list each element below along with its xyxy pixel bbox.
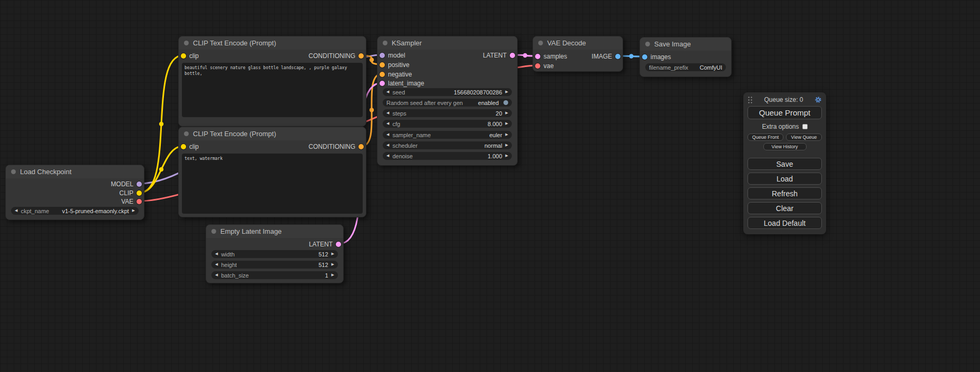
input-port-model-dot[interactable] [380,53,385,58]
widget-steps[interactable]: ◀steps20▶ [383,109,512,117]
load-default-button[interactable]: Load Default [748,217,822,229]
output-slot-model: MODEL [111,180,142,188]
queue-front-button[interactable]: Queue Front [748,133,783,141]
extra-options-checkbox[interactable] [802,124,808,129]
widget-value: 8.000 [488,121,502,127]
view-history-button[interactable]: View History [763,143,807,150]
input-port-clip-dot[interactable] [181,144,186,149]
node-title-bar[interactable]: CLIP Text Encode (Prompt) [179,127,366,140]
link-midpoint-dot [629,54,633,58]
output-label: CLIP [119,189,133,197]
node-title-bar[interactable]: VAE Decode [533,36,623,50]
node-title-bar[interactable]: Load Checkpoint [6,165,144,178]
decrement-arrow-icon[interactable]: ◀ [386,154,389,158]
collapse-dot-icon[interactable] [11,169,16,174]
increment-arrow-icon[interactable]: ▶ [506,111,508,115]
decrement-arrow-icon[interactable]: ◀ [386,90,389,94]
node-clip-text-encode-positive[interactable]: CLIP Text Encode (Prompt)clipCONDITIONIN… [178,36,366,127]
node-save-image[interactable]: Save Imageimagesfilename_prefixComfyUI [639,37,732,77]
widget-value: 1.000 [488,153,502,159]
view-queue-button[interactable]: View Queue [786,133,822,141]
widget-sampler-name[interactable]: ◀sampler_nameeuler▶ [383,131,512,139]
node-title-bar[interactable]: CLIP Text Encode (Prompt) [179,36,366,50]
input-port-positive-dot[interactable] [380,62,385,68]
input-slot-model: model [380,51,405,60]
output-port-latent-dot[interactable] [510,53,515,58]
node-title-bar[interactable]: KSampler [377,36,517,50]
widget-denoise[interactable]: ◀denoise1.000▶ [383,152,512,160]
node-title-text: VAE Decode [547,39,586,47]
increment-arrow-icon[interactable]: ▶ [332,263,334,266]
increment-arrow-icon[interactable]: ▶ [506,122,508,126]
decrement-arrow-icon[interactable]: ◀ [386,144,389,147]
widget-seed[interactable]: ◀seed156680208700286▶ [383,88,512,96]
drag-handle-icon[interactable] [748,96,753,103]
input-port-negative-dot[interactable] [380,72,385,77]
node-vae-decode[interactable]: VAE DecodesamplesvaeIMAGE [532,36,623,72]
save-button[interactable]: Save [748,158,822,170]
node-load-checkpoint[interactable]: Load CheckpointMODELCLIPVAE◀ckpt_namev1-… [5,165,144,220]
widget-ckpt-name[interactable]: ◀ckpt_namev1-5-pruned-emaonly.ckpt▶ [11,207,139,215]
widget-label: width [221,251,235,257]
decrement-arrow-icon[interactable]: ◀ [386,111,389,115]
output-port-conditioning-dot[interactable] [358,53,364,59]
widget-value: 1 [325,272,328,279]
collapse-dot-icon[interactable] [184,41,189,45]
collapse-dot-icon[interactable] [383,41,387,45]
widget-scheduler[interactable]: ◀schedulernormal▶ [383,141,512,149]
widget-batch-size[interactable]: ◀batch_size1▶ [211,271,338,279]
decrement-arrow-icon[interactable]: ◀ [215,273,218,277]
output-port-model-dot[interactable] [137,182,142,187]
queue-prompt-button[interactable]: Queue Prompt [748,106,822,119]
increment-arrow-icon[interactable]: ▶ [506,133,508,137]
increment-arrow-icon[interactable]: ▶ [506,90,508,94]
input-port-latent-image-dot[interactable] [380,81,385,86]
extra-options-label: Extra options [762,123,799,130]
clear-button[interactable]: Clear [748,202,822,214]
output-port-vae-dot[interactable] [137,199,142,204]
increment-arrow-icon[interactable]: ▶ [332,252,334,256]
input-port-vae-dot[interactable] [535,63,540,69]
node-title-text: Empty Latent Image [220,227,282,235]
widget-label: denoise [392,153,413,159]
increment-arrow-icon[interactable]: ▶ [506,154,508,158]
collapse-dot-icon[interactable] [645,42,650,46]
decrement-arrow-icon[interactable]: ◀ [386,133,389,137]
increment-arrow-icon[interactable]: ▶ [132,209,135,213]
output-port-conditioning-dot[interactable] [358,144,364,149]
input-port-clip-dot[interactable] [181,53,186,59]
decrement-arrow-icon[interactable]: ◀ [15,209,17,213]
toggle-dot-icon[interactable] [503,100,508,105]
node-ksampler[interactable]: KSamplermodelpositivenegativelatent_imag… [377,36,518,166]
widget-cfg[interactable]: ◀cfg8.000▶ [383,120,512,128]
collapse-dot-icon[interactable] [184,131,189,136]
node-clip-text-encode-negative[interactable]: CLIP Text Encode (Prompt)clipCONDITIONIN… [178,127,366,217]
node-title-bar[interactable]: Empty Latent Image [206,225,343,238]
increment-arrow-icon[interactable]: ▶ [506,144,508,147]
input-port-samples-dot[interactable] [535,54,540,59]
increment-arrow-icon[interactable]: ▶ [332,273,334,277]
output-port-latent-dot[interactable] [336,242,341,247]
decrement-arrow-icon[interactable]: ◀ [386,122,389,126]
widget-width[interactable]: ◀width512▶ [211,250,338,258]
widget-random-seed-after-every-gen[interactable]: Random seed after every genenabled [383,99,512,107]
output-port-image-dot[interactable] [615,54,620,59]
decrement-arrow-icon[interactable]: ◀ [215,252,218,256]
load-button[interactable]: Load [748,173,822,185]
prompt-textarea[interactable]: text, watermark [182,154,363,214]
link-midpoint-dot [370,108,374,112]
node-title-bar[interactable]: Save Image [640,37,731,51]
prompt-textarea[interactable]: beautiful scenery nature glass bottle la… [182,63,363,117]
decrement-arrow-icon[interactable]: ◀ [215,263,218,266]
settings-gear-icon[interactable] [814,96,822,103]
input-label: samples [544,53,567,60]
widget-height[interactable]: ◀height512▶ [211,261,338,269]
widget-filename-prefix[interactable]: filename_prefixComfyUI [645,63,726,71]
input-port-images-dot[interactable] [642,54,647,60]
node-graph-canvas[interactable]: Load CheckpointMODELCLIPVAE◀ckpt_namev1-… [0,0,980,372]
collapse-dot-icon[interactable] [211,229,216,234]
collapse-dot-icon[interactable] [538,41,543,45]
output-port-clip-dot[interactable] [137,190,142,196]
refresh-button[interactable]: Refresh [748,187,822,199]
node-empty-latent-image[interactable]: Empty Latent ImageLATENT◀width512▶◀heigh… [206,224,344,283]
